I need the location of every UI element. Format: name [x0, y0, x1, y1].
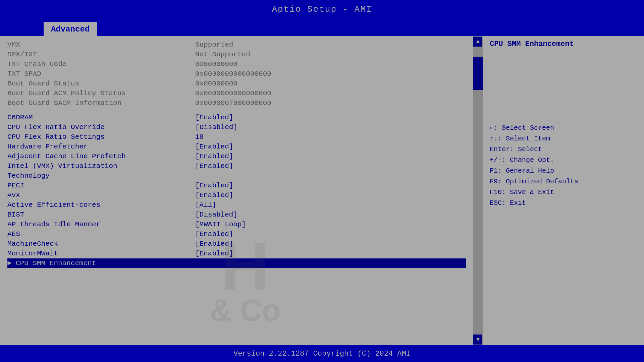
tab-bar: Advanced — [0, 18, 644, 36]
title-bar: Aptio Setup - AMI — [0, 0, 644, 18]
setting-vmx: VMX Supported — [7, 40, 466, 50]
spacer — [7, 108, 466, 113]
key-enter-select: Enter: Select — [490, 144, 637, 155]
version-text: Version 2.22.1287 Copyright (C) 2024 AMI — [233, 350, 411, 358]
setting-peci[interactable]: PECI [Enabled] — [7, 181, 466, 190]
setting-hardware-prefetcher[interactable]: Hardware Prefetcher [Enabled] — [7, 142, 466, 152]
setting-adjacent-cache[interactable]: Adjacent Cache Line Prefetch [Enabled] — [7, 152, 466, 161]
setting-aes[interactable]: AES [Enabled] — [7, 229, 466, 239]
status-bar: Version 2.22.1287 Copyright (C) 2024 AMI — [0, 345, 644, 362]
key-change-opt: +/-: Change Opt. — [490, 155, 637, 166]
setting-boot-guard-sacm: Boot Guard SACM Information 0x0000007000… — [7, 98, 466, 108]
setting-active-efficient-cores[interactable]: Active Efficient-cores [All] — [7, 200, 466, 210]
scroll-track — [473, 47, 483, 335]
setting-intel-vmx[interactable]: Intel (VMX) Virtualization [Enabled] — [7, 161, 466, 171]
app-title: Aptio Setup - AMI — [272, 4, 372, 14]
tab-advanced[interactable]: Advanced — [44, 22, 97, 36]
setting-avx[interactable]: AVX [Enabled] — [7, 190, 466, 200]
key-esc: ESC: Exit — [490, 198, 637, 208]
app: Aptio Setup - AMI Advanced VMX Supported… — [0, 0, 644, 362]
help-title: CPU SMM Enhancement — [490, 40, 637, 48]
help-panel: CPU SMM Enhancement ↔: Select Screen ↑↓:… — [482, 37, 643, 345]
setting-c6dram[interactable]: C6DRAM [Enabled] — [7, 113, 466, 122]
setting-boot-guard-status: Boot Guard Status 0x00000000 — [7, 79, 466, 88]
setting-machine-check[interactable]: MachineCheck [Enabled] — [7, 239, 466, 249]
setting-cpu-flex-ratio-override[interactable]: CPU Flex Ratio Override [Disabled] — [7, 122, 466, 132]
help-divider — [490, 119, 637, 119]
key-select-screen: ↔: Select Screen — [490, 123, 637, 133]
scroll-thumb[interactable] — [473, 57, 483, 90]
key-f1: F1: General Help — [490, 166, 637, 176]
main-content: VMX Supported SMX/TXT Not Supported TXT … — [0, 36, 644, 345]
scroll-down-button[interactable]: ▼ — [473, 335, 483, 345]
key-select-item: ↑↓: Select Item — [490, 133, 637, 144]
setting-smx-txt: SMX/TXT Not Supported — [7, 50, 466, 59]
setting-cpu-smm-enhancement[interactable]: ► CPU SMM Enhancement — [7, 258, 466, 268]
settings-panel: VMX Supported SMX/TXT Not Supported TXT … — [1, 37, 473, 345]
setting-bist[interactable]: BIST [Disabled] — [7, 210, 466, 220]
setting-technology[interactable]: Technology — [7, 171, 466, 181]
scroll-up-button[interactable]: ▲ — [473, 37, 483, 47]
key-f10: F10: Save & Exit — [490, 187, 637, 198]
setting-boot-guard-acm: Boot Guard ACM Policy Status 0x000000000… — [7, 88, 466, 98]
setting-txt-crash-code: TXT Crash Code 0x00000000 — [7, 59, 466, 69]
setting-monitor-mwait[interactable]: MonitorMWait [Enabled] — [7, 249, 466, 258]
setting-cpu-flex-ratio-settings[interactable]: CPU Flex Ratio Settings 18 — [7, 132, 466, 142]
key-f9: F9: Optimized Defaults — [490, 176, 637, 187]
selected-arrow-icon: ► — [7, 259, 16, 267]
setting-ap-threads-idle[interactable]: AP threads Idle Manner [MWAIT Loop] — [7, 220, 466, 229]
setting-txt-spad: TXT SPAD 0x0000000000000000 — [7, 69, 466, 79]
scrollbar[interactable]: ▲ ▼ — [473, 37, 482, 345]
